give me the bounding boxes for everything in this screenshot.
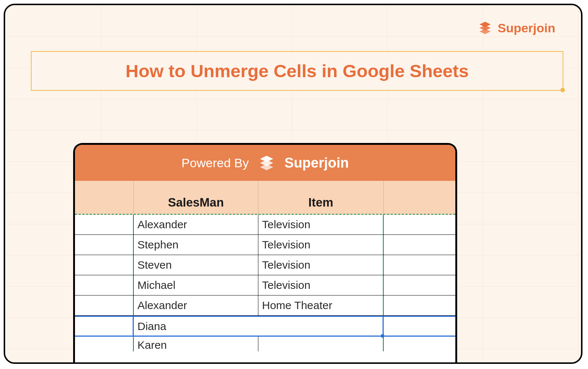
- table-row[interactable]: Alexander Home Theater: [75, 295, 455, 316]
- item-cell[interactable]: Television: [258, 235, 384, 255]
- brand-top: Superjoin: [478, 21, 555, 35]
- row-number-cell: [75, 255, 134, 275]
- row-number-cell: [75, 215, 134, 234]
- empty-cell[interactable]: [384, 317, 455, 336]
- salesman-cell[interactable]: Steven: [134, 255, 258, 275]
- row-number-cell: [75, 275, 134, 295]
- salesman-cell[interactable]: Alexander: [134, 215, 258, 234]
- item-cell[interactable]: Home Theater: [258, 295, 384, 315]
- selection-handle-icon[interactable]: [381, 334, 384, 338]
- partial-row[interactable]: Karen: [75, 337, 455, 351]
- table-row[interactable]: Steven Television: [75, 255, 455, 275]
- row-number-cell: [75, 295, 134, 315]
- brand-name-header: Superjoin: [284, 155, 349, 171]
- header-item: Item: [258, 181, 384, 214]
- item-cell[interactable]: Television: [258, 215, 384, 234]
- header-salesman: SalesMan: [134, 181, 258, 214]
- page-title: How to Unmerge Cells in Google Sheets: [126, 61, 469, 81]
- item-cell[interactable]: Television: [258, 275, 384, 295]
- row-number-cell: [75, 317, 134, 336]
- item-cell[interactable]: Television: [258, 255, 384, 275]
- salesman-cell[interactable]: Alexander: [134, 295, 258, 315]
- superjoin-icon-white: [258, 154, 275, 172]
- selected-merged-cell[interactable]: Diana: [134, 317, 384, 336]
- empty-cell[interactable]: [384, 295, 455, 315]
- item-cell[interactable]: [258, 337, 384, 351]
- superjoin-icon: [478, 21, 492, 35]
- powered-by-label: Powered By: [182, 156, 249, 170]
- row-number-cell: [75, 337, 134, 351]
- empty-cell[interactable]: [384, 337, 455, 351]
- empty-cell[interactable]: [384, 235, 455, 255]
- selection-handle-icon: [560, 88, 565, 92]
- page-frame: Superjoin How to Unmerge Cells in Google…: [4, 4, 582, 364]
- spreadsheet-frame: Powered By Superjoin SalesMan Item Alexa…: [73, 143, 457, 363]
- brand-name-top: Superjoin: [498, 21, 555, 35]
- spreadsheet-header: Powered By Superjoin: [75, 145, 455, 181]
- selected-merged-row[interactable]: Diana: [75, 316, 455, 337]
- table-row[interactable]: Stephen Television: [75, 235, 455, 255]
- title-box: How to Unmerge Cells in Google Sheets: [31, 51, 563, 91]
- empty-cell[interactable]: [384, 255, 455, 275]
- salesman-cell[interactable]: Stephen: [134, 235, 258, 255]
- row-number-cell: [75, 235, 134, 255]
- empty-cell[interactable]: [384, 215, 455, 234]
- salesman-cell[interactable]: Karen: [134, 337, 258, 351]
- column-header-row: SalesMan Item: [75, 181, 455, 215]
- table-row[interactable]: Alexander Television: [75, 215, 455, 235]
- header-empty-3: [384, 181, 455, 214]
- empty-cell[interactable]: [384, 275, 455, 295]
- salesman-cell[interactable]: Michael: [134, 275, 258, 295]
- header-empty-0: [75, 181, 134, 214]
- table-row[interactable]: Michael Television: [75, 275, 455, 295]
